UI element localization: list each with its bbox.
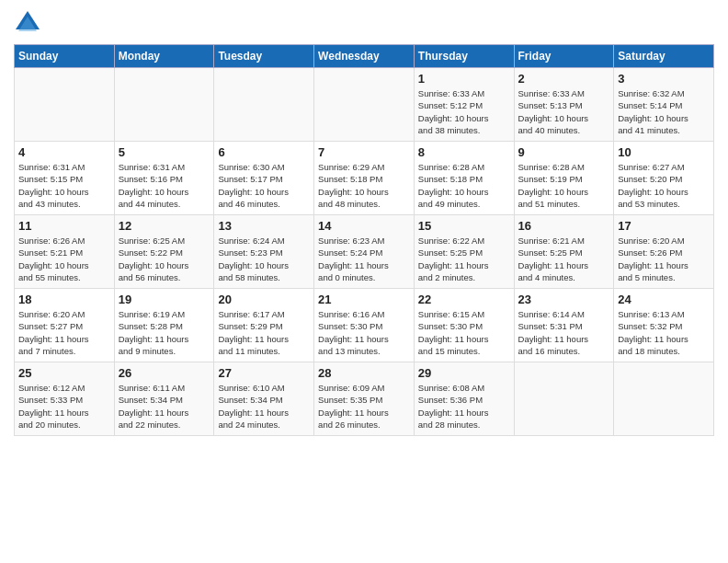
day-info: Sunrise: 6:33 AM Sunset: 5:12 PM Dayligh… [418, 87, 510, 136]
calendar-cell: 3Sunrise: 6:32 AM Sunset: 5:14 PM Daylig… [614, 68, 714, 142]
day-info: Sunrise: 6:13 AM Sunset: 5:32 PM Dayligh… [618, 308, 710, 357]
day-info: Sunrise: 6:31 AM Sunset: 5:15 PM Dayligh… [18, 161, 110, 210]
calendar-week-4: 25Sunrise: 6:12 AM Sunset: 5:33 PM Dayli… [15, 362, 714, 436]
day-number: 6 [218, 145, 310, 159]
weekday-header-sunday: Sunday [15, 45, 115, 68]
day-number: 1 [418, 72, 510, 86]
calendar-cell: 12Sunrise: 6:25 AM Sunset: 5:22 PM Dayli… [114, 215, 214, 289]
day-info: Sunrise: 6:28 AM Sunset: 5:19 PM Dayligh… [518, 161, 610, 210]
day-info: Sunrise: 6:21 AM Sunset: 5:25 PM Dayligh… [518, 235, 610, 283]
day-number: 13 [218, 219, 310, 233]
calendar-cell [114, 68, 214, 142]
day-number: 24 [618, 293, 710, 306]
calendar-cell: 5Sunrise: 6:31 AM Sunset: 5:16 PM Daylig… [114, 142, 214, 215]
calendar-cell: 14Sunrise: 6:23 AM Sunset: 5:24 PM Dayli… [314, 215, 415, 289]
calendar-cell: 28Sunrise: 6:09 AM Sunset: 5:35 PM Dayli… [314, 362, 415, 436]
day-number: 21 [318, 293, 410, 306]
weekday-header-tuesday: Tuesday [214, 45, 314, 68]
calendar-week-2: 11Sunrise: 6:26 AM Sunset: 5:21 PM Dayli… [15, 215, 714, 289]
day-info: Sunrise: 6:31 AM Sunset: 5:16 PM Dayligh… [119, 161, 210, 210]
calendar-week-3: 18Sunrise: 6:20 AM Sunset: 5:27 PM Dayli… [15, 289, 714, 362]
day-info: Sunrise: 6:09 AM Sunset: 5:35 PM Dayligh… [318, 382, 410, 431]
day-info: Sunrise: 6:24 AM Sunset: 5:23 PM Dayligh… [218, 235, 310, 283]
day-number: 29 [418, 366, 510, 380]
day-number: 23 [518, 293, 610, 306]
logo [14, 9, 45, 37]
day-info: Sunrise: 6:33 AM Sunset: 5:13 PM Dayligh… [518, 87, 610, 136]
calendar-cell: 21Sunrise: 6:16 AM Sunset: 5:30 PM Dayli… [314, 289, 415, 362]
calendar-cell: 15Sunrise: 6:22 AM Sunset: 5:25 PM Dayli… [414, 215, 514, 289]
day-info: Sunrise: 6:14 AM Sunset: 5:31 PM Dayligh… [518, 308, 610, 357]
calendar-cell: 8Sunrise: 6:28 AM Sunset: 5:18 PM Daylig… [414, 142, 514, 215]
calendar-cell: 9Sunrise: 6:28 AM Sunset: 5:19 PM Daylig… [514, 142, 614, 215]
day-number: 12 [119, 219, 210, 233]
calendar-cell: 20Sunrise: 6:17 AM Sunset: 5:29 PM Dayli… [214, 289, 314, 362]
day-info: Sunrise: 6:17 AM Sunset: 5:29 PM Dayligh… [218, 308, 310, 357]
day-info: Sunrise: 6:15 AM Sunset: 5:30 PM Dayligh… [418, 308, 510, 357]
day-info: Sunrise: 6:28 AM Sunset: 5:18 PM Dayligh… [418, 161, 510, 210]
day-info: Sunrise: 6:12 AM Sunset: 5:33 PM Dayligh… [18, 382, 110, 431]
calendar-cell [15, 68, 115, 142]
calendar-cell [214, 68, 314, 142]
day-info: Sunrise: 6:32 AM Sunset: 5:14 PM Dayligh… [618, 87, 710, 136]
calendar-body: 1Sunrise: 6:33 AM Sunset: 5:12 PM Daylig… [15, 68, 714, 436]
calendar-week-1: 4Sunrise: 6:31 AM Sunset: 5:15 PM Daylig… [15, 142, 714, 215]
day-number: 2 [518, 72, 610, 86]
day-info: Sunrise: 6:20 AM Sunset: 5:26 PM Dayligh… [618, 235, 710, 283]
weekday-header-thursday: Thursday [414, 45, 514, 68]
day-number: 7 [318, 145, 410, 159]
day-number: 20 [218, 293, 310, 306]
day-info: Sunrise: 6:11 AM Sunset: 5:34 PM Dayligh… [119, 382, 210, 431]
day-number: 22 [418, 293, 510, 306]
day-info: Sunrise: 6:29 AM Sunset: 5:18 PM Dayligh… [318, 161, 410, 210]
day-info: Sunrise: 6:08 AM Sunset: 5:36 PM Dayligh… [418, 382, 510, 431]
day-info: Sunrise: 6:22 AM Sunset: 5:25 PM Dayligh… [418, 235, 510, 283]
day-number: 15 [418, 219, 510, 233]
calendar-cell: 4Sunrise: 6:31 AM Sunset: 5:15 PM Daylig… [15, 142, 115, 215]
calendar-cell: 2Sunrise: 6:33 AM Sunset: 5:13 PM Daylig… [514, 68, 614, 142]
day-info: Sunrise: 6:27 AM Sunset: 5:20 PM Dayligh… [618, 161, 710, 210]
day-number: 19 [119, 293, 210, 306]
day-info: Sunrise: 6:26 AM Sunset: 5:21 PM Dayligh… [18, 235, 110, 283]
day-number: 26 [119, 366, 210, 380]
day-number: 18 [18, 293, 110, 306]
calendar-cell: 17Sunrise: 6:20 AM Sunset: 5:26 PM Dayli… [614, 215, 714, 289]
calendar-cell: 29Sunrise: 6:08 AM Sunset: 5:36 PM Dayli… [414, 362, 514, 436]
weekday-row: SundayMondayTuesdayWednesdayThursdayFrid… [15, 45, 714, 68]
day-info: Sunrise: 6:23 AM Sunset: 5:24 PM Dayligh… [318, 235, 410, 283]
day-info: Sunrise: 6:30 AM Sunset: 5:17 PM Dayligh… [218, 161, 310, 210]
day-number: 27 [218, 366, 310, 380]
calendar-cell: 27Sunrise: 6:10 AM Sunset: 5:34 PM Dayli… [214, 362, 314, 436]
weekday-header-saturday: Saturday [614, 45, 714, 68]
weekday-header-wednesday: Wednesday [314, 45, 415, 68]
day-number: 3 [618, 72, 710, 86]
calendar-cell [614, 362, 714, 436]
page: SundayMondayTuesdayWednesdayThursdayFrid… [0, 0, 728, 445]
calendar-cell: 16Sunrise: 6:21 AM Sunset: 5:25 PM Dayli… [514, 215, 614, 289]
day-number: 4 [18, 145, 110, 159]
day-info: Sunrise: 6:10 AM Sunset: 5:34 PM Dayligh… [218, 382, 310, 431]
day-number: 17 [618, 219, 710, 233]
day-number: 16 [518, 219, 610, 233]
day-number: 11 [18, 219, 110, 233]
day-number: 5 [119, 145, 210, 159]
calendar-cell: 7Sunrise: 6:29 AM Sunset: 5:18 PM Daylig… [314, 142, 415, 215]
weekday-header-monday: Monday [114, 45, 214, 68]
calendar-cell: 13Sunrise: 6:24 AM Sunset: 5:23 PM Dayli… [214, 215, 314, 289]
calendar-cell: 18Sunrise: 6:20 AM Sunset: 5:27 PM Dayli… [15, 289, 115, 362]
calendar-cell: 6Sunrise: 6:30 AM Sunset: 5:17 PM Daylig… [214, 142, 314, 215]
day-number: 28 [318, 366, 410, 380]
calendar-cell: 22Sunrise: 6:15 AM Sunset: 5:30 PM Dayli… [414, 289, 514, 362]
calendar-cell: 11Sunrise: 6:26 AM Sunset: 5:21 PM Dayli… [15, 215, 115, 289]
day-number: 25 [18, 366, 110, 380]
calendar-cell: 1Sunrise: 6:33 AM Sunset: 5:12 PM Daylig… [414, 68, 514, 142]
calendar-week-0: 1Sunrise: 6:33 AM Sunset: 5:12 PM Daylig… [15, 68, 714, 142]
calendar-table: SundayMondayTuesdayWednesdayThursdayFrid… [14, 44, 714, 436]
calendar-cell: 23Sunrise: 6:14 AM Sunset: 5:31 PM Dayli… [514, 289, 614, 362]
day-info: Sunrise: 6:20 AM Sunset: 5:27 PM Dayligh… [18, 308, 110, 357]
day-number: 9 [518, 145, 610, 159]
logo-icon [14, 9, 41, 37]
calendar-cell: 19Sunrise: 6:19 AM Sunset: 5:28 PM Dayli… [114, 289, 214, 362]
day-number: 14 [318, 219, 410, 233]
day-info: Sunrise: 6:16 AM Sunset: 5:30 PM Dayligh… [318, 308, 410, 357]
